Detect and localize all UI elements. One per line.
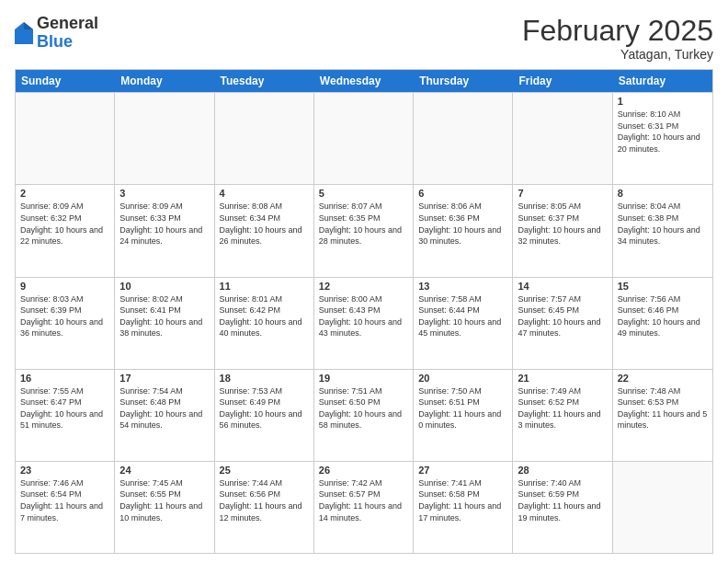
day-number: 10 <box>119 281 209 292</box>
calendar-cell: 6Sunrise: 8:06 AM Sunset: 6:36 PM Daylig… <box>414 185 513 276</box>
day-number: 15 <box>618 281 708 292</box>
calendar-cell: 25Sunrise: 7:44 AM Sunset: 6:56 PM Dayli… <box>215 462 314 553</box>
day-info: Sunrise: 7:56 AM Sunset: 6:46 PM Dayligh… <box>618 293 708 339</box>
calendar-cell <box>16 93 115 184</box>
day-info: Sunrise: 7:54 AM Sunset: 6:48 PM Dayligh… <box>119 385 209 431</box>
day-info: Sunrise: 7:53 AM Sunset: 6:49 PM Dayligh… <box>220 385 309 431</box>
day-number: 23 <box>20 465 109 476</box>
calendar-cell: 17Sunrise: 7:54 AM Sunset: 6:48 PM Dayli… <box>115 370 214 461</box>
title-block: February 2025 Yatagan, Turkey <box>522 15 713 62</box>
logo-text: General Blue <box>37 15 98 52</box>
day-info: Sunrise: 7:51 AM Sunset: 6:50 PM Dayligh… <box>319 385 408 431</box>
calendar-cell: 2Sunrise: 8:09 AM Sunset: 6:32 PM Daylig… <box>16 185 115 276</box>
calendar-row: 9Sunrise: 8:03 AM Sunset: 6:39 PM Daylig… <box>16 277 712 369</box>
day-number: 26 <box>319 465 408 476</box>
day-number: 9 <box>20 281 109 292</box>
calendar-cell: 13Sunrise: 7:58 AM Sunset: 6:44 PM Dayli… <box>414 278 513 369</box>
day-number: 16 <box>20 373 109 384</box>
day-number: 8 <box>618 188 708 199</box>
day-info: Sunrise: 7:40 AM Sunset: 6:59 PM Dayligh… <box>518 477 607 523</box>
calendar-cell: 14Sunrise: 7:57 AM Sunset: 6:45 PM Dayli… <box>513 278 612 369</box>
calendar-cell <box>215 93 314 184</box>
calendar-cell: 28Sunrise: 7:40 AM Sunset: 6:59 PM Dayli… <box>513 462 612 553</box>
calendar-row: 1Sunrise: 8:10 AM Sunset: 6:31 PM Daylig… <box>16 92 712 184</box>
day-number: 11 <box>220 281 309 292</box>
subtitle: Yatagan, Turkey <box>522 47 713 62</box>
calendar-cell: 26Sunrise: 7:42 AM Sunset: 6:57 PM Dayli… <box>314 462 414 553</box>
day-number: 12 <box>319 281 408 292</box>
calendar-cell: 21Sunrise: 7:49 AM Sunset: 6:52 PM Dayli… <box>513 370 612 461</box>
calendar-cell: 10Sunrise: 8:02 AM Sunset: 6:41 PM Dayli… <box>115 278 214 369</box>
calendar-cell <box>115 93 214 184</box>
day-number: 27 <box>418 465 507 476</box>
day-info: Sunrise: 7:50 AM Sunset: 6:51 PM Dayligh… <box>418 385 507 431</box>
day-number: 21 <box>518 373 607 384</box>
day-info: Sunrise: 7:45 AM Sunset: 6:55 PM Dayligh… <box>119 477 209 523</box>
day-info: Sunrise: 7:58 AM Sunset: 6:44 PM Dayligh… <box>418 293 507 339</box>
day-info: Sunrise: 8:00 AM Sunset: 6:43 PM Dayligh… <box>319 293 408 339</box>
calendar-header: SundayMondayTuesdayWednesdayThursdayFrid… <box>16 70 712 92</box>
header-day: Friday <box>513 70 612 92</box>
day-number: 20 <box>418 373 507 384</box>
calendar-cell: 4Sunrise: 8:08 AM Sunset: 6:34 PM Daylig… <box>215 185 314 276</box>
calendar-cell <box>314 93 414 184</box>
day-number: 5 <box>319 188 408 199</box>
calendar-cell: 11Sunrise: 8:01 AM Sunset: 6:42 PM Dayli… <box>215 278 314 369</box>
calendar-cell: 5Sunrise: 8:07 AM Sunset: 6:35 PM Daylig… <box>314 185 414 276</box>
calendar-cell: 22Sunrise: 7:48 AM Sunset: 6:53 PM Dayli… <box>613 370 712 461</box>
day-info: Sunrise: 8:02 AM Sunset: 6:41 PM Dayligh… <box>119 293 209 339</box>
day-info: Sunrise: 8:03 AM Sunset: 6:39 PM Dayligh… <box>20 293 109 339</box>
day-number: 13 <box>418 281 507 292</box>
day-info: Sunrise: 8:07 AM Sunset: 6:35 PM Dayligh… <box>319 201 408 247</box>
calendar-cell: 1Sunrise: 8:10 AM Sunset: 6:31 PM Daylig… <box>613 93 712 184</box>
day-info: Sunrise: 7:55 AM Sunset: 6:47 PM Dayligh… <box>20 385 109 431</box>
svg-marker-1 <box>24 22 33 29</box>
month-title: February 2025 <box>522 15 713 47</box>
day-info: Sunrise: 7:42 AM Sunset: 6:57 PM Dayligh… <box>319 477 408 523</box>
day-number: 24 <box>119 465 209 476</box>
day-info: Sunrise: 7:48 AM Sunset: 6:53 PM Dayligh… <box>618 385 708 431</box>
calendar-cell: 12Sunrise: 8:00 AM Sunset: 6:43 PM Dayli… <box>314 278 414 369</box>
day-info: Sunrise: 7:49 AM Sunset: 6:52 PM Dayligh… <box>518 385 607 431</box>
header-day: Thursday <box>414 70 513 92</box>
day-number: 3 <box>119 188 209 199</box>
calendar-body: 1Sunrise: 8:10 AM Sunset: 6:31 PM Daylig… <box>16 92 712 553</box>
header-day: Wednesday <box>314 70 414 92</box>
day-number: 4 <box>220 188 309 199</box>
day-number: 25 <box>220 465 309 476</box>
calendar-cell <box>613 462 712 553</box>
calendar-cell <box>414 93 513 184</box>
day-info: Sunrise: 8:10 AM Sunset: 6:31 PM Dayligh… <box>618 109 708 155</box>
calendar-cell: 8Sunrise: 8:04 AM Sunset: 6:38 PM Daylig… <box>613 185 712 276</box>
calendar-cell: 3Sunrise: 8:09 AM Sunset: 6:33 PM Daylig… <box>115 185 214 276</box>
day-number: 14 <box>518 281 607 292</box>
header-day: Monday <box>115 70 214 92</box>
calendar-cell: 24Sunrise: 7:45 AM Sunset: 6:55 PM Dayli… <box>115 462 214 553</box>
calendar-cell: 19Sunrise: 7:51 AM Sunset: 6:50 PM Dayli… <box>314 370 414 461</box>
calendar-row: 23Sunrise: 7:46 AM Sunset: 6:54 PM Dayli… <box>16 461 712 553</box>
calendar-cell: 20Sunrise: 7:50 AM Sunset: 6:51 PM Dayli… <box>414 370 513 461</box>
day-info: Sunrise: 8:05 AM Sunset: 6:37 PM Dayligh… <box>518 201 607 247</box>
calendar-row: 16Sunrise: 7:55 AM Sunset: 6:47 PM Dayli… <box>16 369 712 461</box>
page: General Blue February 2025 Yatagan, Turk… <box>0 0 728 563</box>
logo-blue: Blue <box>37 32 73 51</box>
day-info: Sunrise: 7:41 AM Sunset: 6:58 PM Dayligh… <box>418 477 507 523</box>
day-number: 28 <box>518 465 607 476</box>
header-day: Sunday <box>16 70 115 92</box>
calendar-cell: 9Sunrise: 8:03 AM Sunset: 6:39 PM Daylig… <box>16 278 115 369</box>
logo: General Blue <box>15 15 98 52</box>
day-number: 6 <box>418 188 507 199</box>
calendar-cell <box>513 93 612 184</box>
header-day: Saturday <box>613 70 712 92</box>
header: General Blue February 2025 Yatagan, Turk… <box>15 15 713 62</box>
day-info: Sunrise: 8:04 AM Sunset: 6:38 PM Dayligh… <box>618 201 708 247</box>
calendar-row: 2Sunrise: 8:09 AM Sunset: 6:32 PM Daylig… <box>16 184 712 276</box>
calendar-cell: 23Sunrise: 7:46 AM Sunset: 6:54 PM Dayli… <box>16 462 115 553</box>
calendar-cell: 18Sunrise: 7:53 AM Sunset: 6:49 PM Dayli… <box>215 370 314 461</box>
calendar-cell: 27Sunrise: 7:41 AM Sunset: 6:58 PM Dayli… <box>414 462 513 553</box>
day-number: 2 <box>20 188 109 199</box>
day-info: Sunrise: 8:09 AM Sunset: 6:32 PM Dayligh… <box>20 201 109 247</box>
day-number: 1 <box>618 96 708 107</box>
day-info: Sunrise: 8:01 AM Sunset: 6:42 PM Dayligh… <box>220 293 309 339</box>
day-info: Sunrise: 7:46 AM Sunset: 6:54 PM Dayligh… <box>20 477 109 523</box>
